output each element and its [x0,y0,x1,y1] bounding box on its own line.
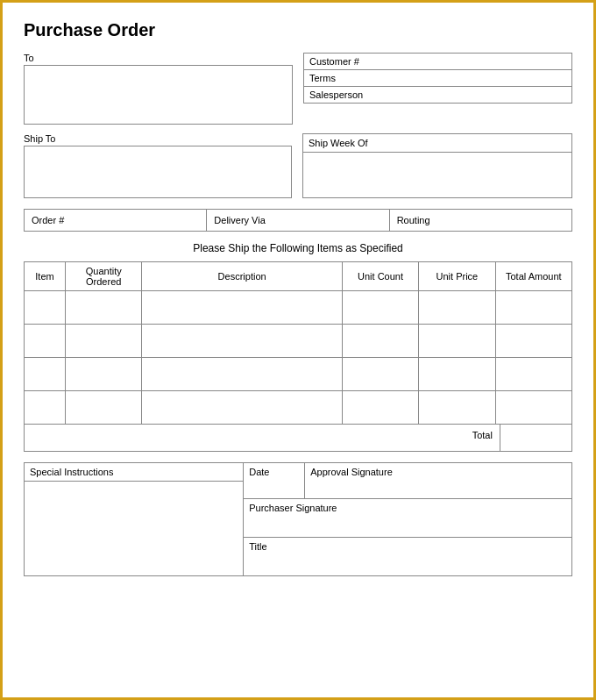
cell-unit_price[interactable] [419,358,495,391]
ship-to-block: Ship To [24,133,292,198]
to-label: To [24,53,293,63]
order-row: Order # Delivery Via Routing [24,209,572,232]
col-header-qty: Quantity Ordered [66,262,142,291]
cell-item[interactable] [25,391,66,425]
items-subtitle: Please Ship the Following Items as Speci… [24,242,572,254]
purchase-order-form: Purchase Order To Customer # Terms Sales… [0,0,596,700]
special-instructions-block: Special Instructions [25,463,244,575]
cell-qty_ordered[interactable] [66,325,142,358]
special-instructions-input[interactable] [25,482,243,569]
approval-signature-label[interactable]: Approval Signature [305,463,571,498]
delivery-via-cell[interactable]: Delivery Via [207,210,389,231]
col-header-unit-count: Unit Count [342,262,418,291]
cell-unit_price[interactable] [419,325,495,358]
col-header-total-amount: Total Amount [495,262,571,291]
top-section: To Customer # Terms Salesperson [24,53,572,125]
cell-unit_count[interactable] [342,325,418,358]
ship-to-label: Ship To [24,133,292,144]
ship-to-input[interactable] [24,146,292,198]
salesperson-label: Salesperson [304,87,383,103]
sig-top-row: Date Approval Signature [244,463,571,499]
page-title: Purchase Order [24,20,572,40]
cell-description[interactable] [142,291,342,325]
salesperson-input[interactable] [383,87,571,103]
cell-total_amount[interactable] [495,358,571,391]
total-row: Total [24,425,572,452]
cell-description[interactable] [142,391,342,425]
cell-qty_ordered[interactable] [66,358,142,391]
ship-week-of-label: Ship Week Of [303,134,571,153]
cell-item[interactable] [25,325,66,358]
table-row [25,325,572,358]
terms-row: Terms [303,69,572,86]
total-value[interactable] [500,425,571,451]
cell-unit_count[interactable] [342,391,418,425]
ship-week-block: Ship Week Of [302,133,572,198]
table-header-row: Item Quantity Ordered Description Unit C… [25,262,572,291]
table-row [25,391,572,425]
customer-label: Customer # [304,54,383,69]
bottom-section: Special Instructions Date Approval Signa… [24,462,572,576]
cell-total_amount[interactable] [495,391,571,425]
cell-unit_price[interactable] [419,291,495,325]
ship-week-input[interactable] [303,153,571,197]
signature-block: Date Approval Signature Purchaser Signat… [244,463,571,575]
salesperson-row: Salesperson [303,86,572,104]
total-label: Total [25,425,500,451]
to-block: To [24,53,293,125]
to-input[interactable] [24,65,293,125]
items-table: Item Quantity Ordered Description Unit C… [24,261,572,425]
cell-item[interactable] [25,358,66,391]
cell-unit_count[interactable] [342,358,418,391]
right-fields: Customer # Terms Salesperson [303,53,572,125]
cell-item[interactable] [25,291,66,325]
table-row [25,291,572,325]
cell-qty_ordered[interactable] [66,291,142,325]
customer-row: Customer # [303,53,572,69]
ship-section: Ship To Ship Week Of [24,133,572,198]
purchaser-signature-label[interactable]: Purchaser Signature [244,499,571,538]
routing-cell[interactable]: Routing [390,210,571,231]
cell-unit_count[interactable] [342,291,418,325]
title-label[interactable]: Title [244,538,571,575]
terms-label: Terms [304,70,383,86]
special-instructions-label: Special Instructions [25,463,243,482]
cell-total_amount[interactable] [495,325,571,358]
cell-description[interactable] [142,325,342,358]
cell-description[interactable] [142,358,342,391]
col-header-description: Description [142,262,342,291]
cell-qty_ordered[interactable] [66,391,142,425]
date-label[interactable]: Date [244,463,305,498]
terms-input[interactable] [383,70,571,86]
col-header-item: Item [25,262,66,291]
table-row [25,358,572,391]
cell-unit_price[interactable] [419,391,495,425]
order-number-cell[interactable]: Order # [25,210,207,231]
customer-input[interactable] [383,54,571,69]
col-header-unit-price: Unit Price [419,262,495,291]
cell-total_amount[interactable] [495,291,571,325]
